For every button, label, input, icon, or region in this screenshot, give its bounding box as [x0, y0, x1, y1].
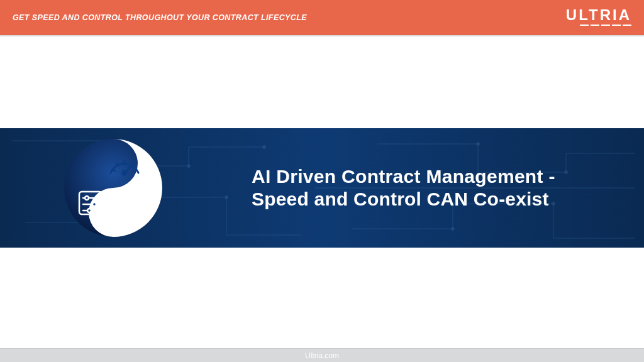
svg-point-22: [87, 209, 91, 212]
svg-point-18: [85, 196, 89, 200]
yinyang-icon: [63, 138, 164, 238]
svg-point-5: [477, 143, 480, 146]
svg-line-11: [116, 163, 118, 165]
svg-point-4: [225, 196, 228, 199]
header-tagline: GET SPEED AND CONTROL THROUGHOUT YOUR CO…: [13, 13, 307, 22]
svg-line-10: [113, 170, 115, 171]
hero-banner: AI Driven Contract Management - Speed an…: [0, 128, 644, 248]
svg-point-15: [123, 171, 126, 175]
svg-point-20: [92, 202, 96, 206]
top-header-bar: GET SPEED AND CONTROL THROUGHOUT YOUR CO…: [0, 0, 644, 36]
footer-bar: Ultria.com: [0, 348, 644, 362]
footer-text: Ultria.com: [305, 351, 339, 360]
brand-logo: ULTRIA: [566, 10, 631, 26]
brand-logo-text: ULTRIA: [566, 8, 631, 23]
hero-title-line1: AI Driven Contract Management -: [252, 166, 555, 187]
svg-point-6: [565, 171, 568, 174]
hero-title-line2: Speed and Control CAN Co-exist: [252, 189, 555, 210]
svg-point-1: [187, 165, 191, 168]
hero-title-block: AI Driven Contract Management - Speed an…: [252, 166, 555, 210]
svg-point-2: [263, 146, 266, 149]
svg-point-7: [452, 228, 455, 231]
brand-logo-underline: [566, 25, 631, 26]
